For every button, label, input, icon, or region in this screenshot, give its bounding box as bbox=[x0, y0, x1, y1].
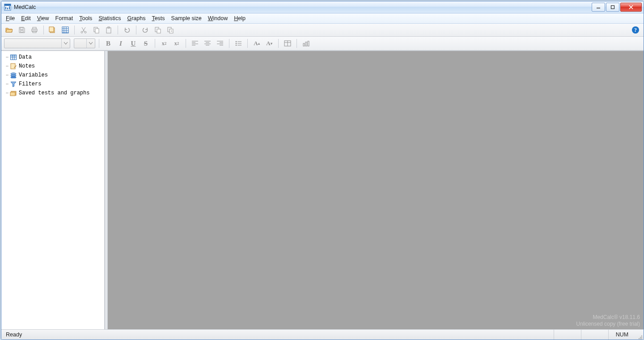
svg-point-22 bbox=[81, 31, 83, 33]
svg-point-73 bbox=[640, 338, 641, 339]
menu-view[interactable]: View bbox=[37, 15, 49, 21]
svg-point-72 bbox=[639, 338, 640, 339]
menu-sample-size[interactable]: Sample size bbox=[171, 15, 202, 21]
sidebar: ⋯ Data ⋯ Notes ⋯ Variables bbox=[1, 51, 105, 329]
svg-rect-59 bbox=[11, 55, 17, 56]
main-toolbar: ? bbox=[1, 24, 644, 37]
bullet-list-button[interactable] bbox=[233, 38, 244, 48]
sidebar-item-label: Data bbox=[19, 54, 32, 60]
app-icon bbox=[4, 4, 11, 11]
close-button[interactable] bbox=[620, 3, 642, 12]
subscript-button[interactable]: x2 bbox=[159, 38, 169, 48]
menu-tests[interactable]: Tests bbox=[152, 15, 165, 21]
print-button[interactable] bbox=[29, 25, 40, 35]
sidebar-item-label: Notes bbox=[19, 63, 35, 69]
window-controls bbox=[592, 3, 642, 12]
menu-statistics[interactable]: Statistics bbox=[98, 15, 121, 21]
copy-button[interactable] bbox=[91, 25, 102, 35]
resize-grip-icon[interactable] bbox=[636, 329, 644, 340]
superscript-button[interactable]: x2 bbox=[171, 38, 182, 48]
content-area: MedCalc® v18.11.6 Unlicensed copy (free … bbox=[108, 51, 644, 329]
decrease-font-button[interactable]: A▾ bbox=[264, 38, 275, 48]
maximize-button[interactable] bbox=[606, 3, 619, 12]
svg-point-50 bbox=[236, 45, 237, 46]
align-right-button[interactable] bbox=[215, 38, 225, 48]
svg-text:?: ? bbox=[634, 27, 637, 33]
svg-point-74 bbox=[641, 338, 642, 339]
menu-tools[interactable]: Tools bbox=[79, 15, 92, 21]
app-title: MedCalc bbox=[14, 4, 36, 10]
menu-window[interactable]: Window bbox=[208, 15, 228, 21]
paste-button[interactable] bbox=[103, 25, 114, 35]
svg-rect-4 bbox=[9, 6, 10, 9]
spreadsheet-button[interactable] bbox=[60, 25, 71, 35]
refresh-button[interactable] bbox=[165, 25, 176, 35]
menubar: File Edit View Format Tools Statistics G… bbox=[1, 13, 644, 24]
italic-button[interactable]: I bbox=[115, 38, 126, 48]
table-format-button[interactable] bbox=[282, 38, 293, 48]
new-sheet-button[interactable] bbox=[47, 25, 58, 35]
app-window: MedCalc File Edit View Format Tools Stat… bbox=[1, 1, 644, 340]
svg-rect-56 bbox=[305, 42, 307, 46]
bold-button[interactable]: B bbox=[103, 38, 114, 48]
svg-rect-9 bbox=[20, 28, 23, 30]
svg-rect-11 bbox=[33, 27, 36, 29]
status-numlock: NUM bbox=[608, 330, 636, 340]
align-center-button[interactable] bbox=[202, 38, 213, 48]
undo-button[interactable] bbox=[122, 25, 132, 35]
help-button[interactable]: ? bbox=[630, 25, 641, 35]
recalc-button[interactable] bbox=[153, 25, 163, 35]
variables-icon bbox=[10, 72, 17, 79]
font-name-combo[interactable] bbox=[4, 38, 70, 48]
svg-rect-55 bbox=[303, 43, 305, 46]
minimize-button[interactable] bbox=[592, 3, 605, 12]
svg-rect-63 bbox=[11, 64, 15, 69]
tree-connector-icon: ⋯ bbox=[6, 81, 8, 87]
menu-edit[interactable]: Edit bbox=[21, 15, 31, 21]
open-button[interactable] bbox=[4, 25, 15, 35]
tree-connector-icon: ⋯ bbox=[6, 90, 8, 96]
notes-icon bbox=[10, 63, 17, 70]
align-left-button[interactable] bbox=[190, 38, 200, 48]
body: ⋯ Data ⋯ Notes ⋯ Variables bbox=[1, 51, 644, 329]
svg-rect-1 bbox=[4, 4, 11, 6]
svg-rect-57 bbox=[308, 41, 309, 46]
sidebar-item-saved-tests[interactable]: ⋯ Saved tests and graphs bbox=[3, 89, 102, 98]
menu-graphs[interactable]: Graphs bbox=[127, 15, 145, 21]
menu-file[interactable]: File bbox=[6, 15, 15, 21]
splitter[interactable] bbox=[105, 51, 108, 329]
chart-format-button[interactable] bbox=[301, 38, 311, 48]
save-button[interactable] bbox=[17, 25, 27, 35]
cut-button[interactable] bbox=[78, 25, 89, 35]
svg-point-71 bbox=[641, 337, 642, 338]
svg-point-23 bbox=[85, 31, 86, 33]
tree-connector-icon: ⋯ bbox=[6, 55, 8, 60]
sidebar-item-label: Variables bbox=[19, 72, 48, 78]
grid-icon bbox=[10, 54, 17, 61]
svg-rect-68 bbox=[10, 92, 15, 96]
svg-rect-3 bbox=[7, 8, 8, 9]
sidebar-item-label: Saved tests and graphs bbox=[19, 90, 89, 96]
chevron-down-icon bbox=[86, 39, 95, 48]
sidebar-item-data[interactable]: ⋯ Data bbox=[3, 53, 102, 62]
svg-rect-2 bbox=[5, 7, 6, 9]
increase-font-button[interactable]: A▴ bbox=[251, 38, 262, 48]
svg-rect-15 bbox=[49, 27, 54, 32]
menu-format[interactable]: Format bbox=[55, 15, 73, 21]
underline-button[interactable]: U bbox=[128, 38, 139, 48]
redo-button[interactable] bbox=[140, 25, 151, 35]
format-toolbar: B I U S x2 x2 A▴ A▾ bbox=[1, 37, 644, 51]
sidebar-item-filters[interactable]: ⋯ Filters bbox=[3, 80, 102, 89]
sidebar-item-variables[interactable]: ⋯ Variables bbox=[3, 71, 102, 80]
status-cell-empty2 bbox=[581, 330, 608, 340]
svg-point-46 bbox=[236, 41, 237, 42]
menu-help[interactable]: Help bbox=[234, 15, 246, 21]
sidebar-item-notes[interactable]: ⋯ Notes bbox=[3, 62, 102, 71]
statusbar: Ready NUM bbox=[1, 329, 644, 340]
svg-point-70 bbox=[640, 337, 641, 338]
svg-rect-26 bbox=[106, 28, 111, 33]
font-size-combo[interactable] bbox=[74, 38, 95, 48]
strikethrough-button[interactable]: S bbox=[140, 38, 151, 48]
svg-rect-29 bbox=[157, 29, 161, 33]
svg-point-69 bbox=[641, 336, 642, 336]
